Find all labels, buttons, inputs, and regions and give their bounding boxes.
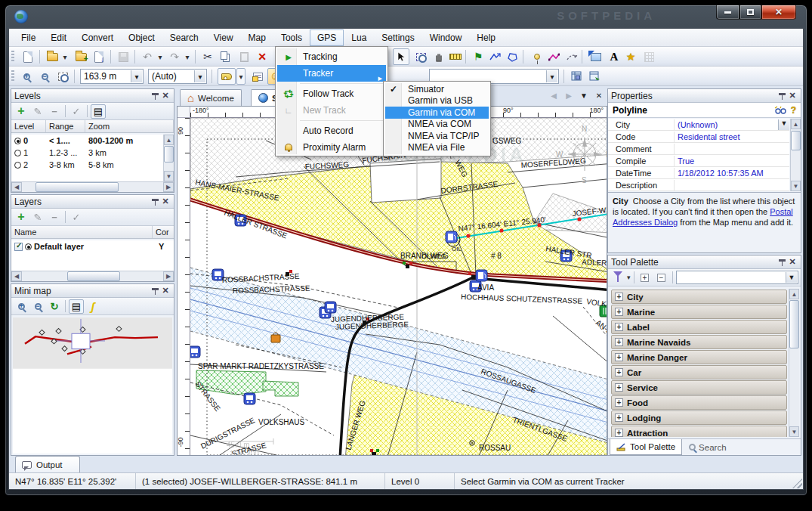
property-row-datetime[interactable]: DateTime1/18/2012 10:57:35 AM (608, 167, 789, 179)
level-row-0[interactable]: 0 < 1.... 800-1200 m (11, 135, 163, 147)
property-row-code[interactable]: CodeResidental street (608, 131, 789, 143)
levels-title-bar[interactable]: Levels (11, 89, 174, 103)
tab-search[interactable]: Search (682, 439, 733, 455)
categorize-icon[interactable] (774, 106, 786, 115)
waypoint-tool-button[interactable]: ⚑ (470, 48, 486, 65)
category-food[interactable]: +Food (611, 395, 787, 410)
menu-item-tracker[interactable]: Tracker (277, 65, 386, 82)
category-lodging[interactable]: +Lodging (611, 410, 787, 425)
properties-pin-icon[interactable] (776, 91, 787, 101)
minimap-zoom-out-button[interactable]: − (30, 299, 45, 314)
menu-settings[interactable]: Settings (374, 29, 421, 46)
category-service[interactable]: +Service (611, 380, 787, 395)
layers-hscrollbar[interactable]: ◀▶ (11, 271, 174, 281)
properties-title-bar[interactable]: Properties (608, 89, 801, 103)
remove-level-button[interactable]: − (47, 104, 62, 119)
zoom-region-button[interactable] (54, 68, 71, 85)
label-style-dropdown[interactable] (236, 68, 245, 85)
tab-scroll-left-icon[interactable]: ◀ (548, 91, 559, 100)
tool-palette-title-bar[interactable]: Tool Palette (608, 256, 801, 269)
zoom-scale-dropdown[interactable] (131, 70, 142, 82)
remove-layer-button[interactable]: − (47, 210, 62, 225)
layer-checkbox[interactable] (14, 243, 23, 251)
edit-level-button[interactable]: ✎ (30, 104, 45, 119)
level2-radio[interactable] (14, 162, 21, 169)
redo-dropdown[interactable] (183, 48, 192, 65)
levels-hscrollbar[interactable]: ◀▶ (11, 181, 174, 192)
minimap-zoom-in-button[interactable]: + (14, 299, 29, 314)
menu-lua[interactable]: Lua (344, 29, 374, 46)
expand-all-button[interactable]: + (638, 271, 653, 285)
new-file-button[interactable] (20, 48, 36, 65)
layers-grid-header[interactable]: Name Cor (11, 226, 174, 239)
help-icon[interactable]: ? (791, 105, 796, 116)
level-row-1[interactable]: 1 1.2-3 ... 3 km (11, 147, 163, 159)
map-canvas[interactable]: N W E S 45.0 m 1:16,300 SOFTPEDIA (190, 118, 607, 455)
submenu-item-nmea-tcp[interactable]: NMEA via TCP/IP (385, 130, 489, 142)
property-row-comment[interactable]: Comment (608, 143, 789, 155)
tab-scroll-right-icon[interactable]: ▶ (563, 91, 574, 100)
property-row-compile[interactable]: CompileTrue (608, 155, 789, 167)
collapse-all-button[interactable]: − (654, 271, 669, 285)
tab-welcome[interactable]: ⌂ Welcome (180, 89, 242, 106)
menu-map[interactable]: Map (241, 29, 273, 46)
levels-vscrollbar[interactable]: ▲ ▼ (163, 135, 174, 181)
tool-palette-scrollbar[interactable]: ▲ ▼ (789, 289, 799, 437)
properties-close-icon[interactable] (787, 91, 798, 101)
menu-edit[interactable]: Edit (43, 29, 74, 46)
menu-tools[interactable]: Tools (273, 29, 310, 46)
toolbar-grip[interactable] (11, 51, 14, 63)
submenu-item-garmin-com[interactable]: Garmin via COM (385, 107, 489, 119)
city-dropdown-button[interactable]: ▼ (778, 119, 789, 130)
bus-stop-icon[interactable] (190, 346, 200, 358)
output-tab[interactable]: Output (15, 456, 80, 472)
submenu-item-garmin-usb[interactable]: Garmin via USB (385, 95, 489, 107)
menu-view[interactable]: View (206, 29, 241, 46)
grid-tool-button[interactable] (641, 48, 657, 65)
menu-item-follow-track[interactable]: ⮔ Follow Track (277, 85, 386, 102)
submenu-item-nmea-com[interactable]: NMEA via COM (385, 119, 489, 131)
add-layer-button[interactable]: + (14, 210, 29, 225)
layers-close-icon[interactable] (160, 197, 171, 207)
zoom-mode-dropdown[interactable] (194, 70, 205, 82)
category-city[interactable]: +City (611, 290, 787, 304)
level0-radio[interactable] (14, 138, 21, 144)
minimap-pin-icon[interactable] (150, 286, 160, 296)
select-tool-button[interactable] (393, 48, 409, 65)
open-file-button[interactable] (44, 48, 60, 65)
category-marine[interactable]: +Marine (611, 305, 787, 319)
layer-radio[interactable] (25, 243, 32, 250)
menu-search[interactable]: Search (162, 29, 206, 46)
levels-pin-icon[interactable] (150, 91, 160, 101)
menu-item-new-track[interactable]: ∟ New Track (277, 102, 386, 119)
polyline-tool-button[interactable] (486, 48, 503, 65)
minimap-close-icon[interactable] (160, 286, 171, 296)
minimap-canvas[interactable] (13, 317, 172, 454)
submenu-item-nmea-file[interactable]: NMEA via File (385, 142, 489, 154)
open-dropdown[interactable] (60, 48, 69, 65)
fuel-station-icon[interactable] (476, 270, 487, 281)
levels-close-icon[interactable] (160, 91, 171, 101)
redo-button[interactable]: ↷ (166, 48, 183, 65)
title-bar[interactable]: SOFTPEDIA (5, 5, 807, 28)
category-car[interactable]: +Car (611, 365, 787, 379)
level-row-2[interactable]: 2 3-8 km 5-8 km (11, 159, 163, 171)
save-style-button[interactable] (568, 68, 585, 85)
tab-list-dropdown-icon[interactable]: ▼ (579, 91, 589, 100)
layer-row-default[interactable]: Default layer Y (11, 240, 174, 252)
paste-button[interactable] (236, 48, 252, 65)
insert-image-button[interactable] (588, 48, 604, 65)
apply-layer-button[interactable]: ✓ (69, 210, 84, 225)
submenu-item-simulator[interactable]: Simuator (385, 83, 489, 95)
menu-convert[interactable]: Convert (74, 29, 121, 46)
category-marine-navaids[interactable]: +Marine Navaids (611, 335, 787, 349)
menu-object[interactable]: Object (121, 29, 162, 46)
layers-title-bar[interactable]: Layers (11, 195, 174, 209)
zoom-out-button[interactable]: − (36, 68, 53, 85)
insert-symbol-button[interactable]: ★ (622, 48, 639, 65)
menu-item-proximity-alarm[interactable]: Proximity Alarm (277, 139, 386, 156)
levels-grid-header[interactable]: Level Range Zoom (11, 120, 174, 133)
pan-tool-button[interactable] (431, 48, 447, 65)
toolbar-grip2[interactable] (11, 70, 14, 82)
menu-help[interactable]: Help (469, 29, 503, 46)
